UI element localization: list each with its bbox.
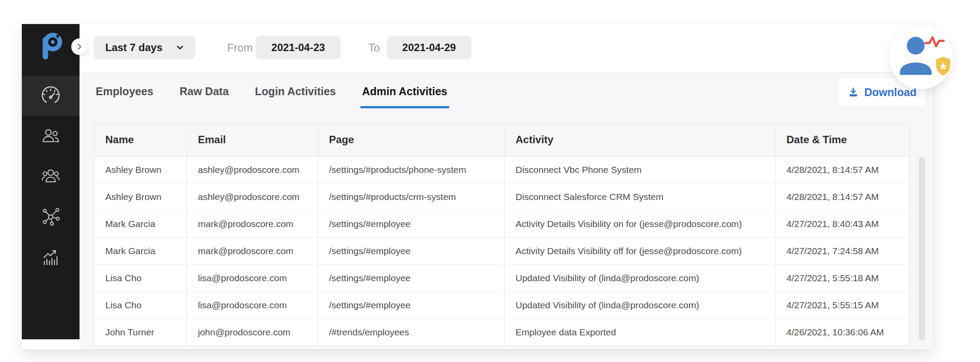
table-row: Mark Garciamark@prodoscore.com/settings/… — [94, 210, 909, 238]
admin-activities-table: NameEmailPageActivityDate & Time Ashley … — [94, 123, 910, 346]
table-cell: 4/27/2021, 8:40:43 AM — [776, 210, 909, 237]
table-cell: Ashley Brown — [94, 156, 187, 183]
date-range-selector[interactable]: Last 7 days — [94, 36, 195, 59]
table-row: John Turnerjohn@prodoscore.com/#trends/e… — [94, 319, 909, 345]
table-cell: 4/28/2021, 8:14:57 AM — [776, 183, 909, 210]
from-date-value: 2021-04-23 — [271, 41, 325, 54]
table-cell: Ashley Brown — [94, 183, 187, 210]
table-cell: Employee data Exported — [505, 319, 776, 345]
tabs: EmployeesRaw DataLogin ActivitiesAdmin A… — [94, 85, 449, 108]
table-cell: ashley@prodoscore.com — [187, 183, 318, 210]
admin-user-icon: ★ — [889, 25, 953, 89]
profile-avatar[interactable]: ★ — [889, 25, 953, 89]
table-body: Ashley Brownashley@prodoscore.com/settin… — [94, 156, 909, 345]
table-cell: mark@prodoscore.com — [187, 238, 318, 264]
sidebar-expand-button[interactable] — [71, 38, 88, 55]
team-icon — [41, 166, 61, 186]
column-header: Activity — [505, 124, 776, 156]
sidebar-item-dashboard[interactable] — [22, 76, 80, 116]
sidebar-nav — [22, 76, 80, 276]
sidebar-item-team[interactable] — [22, 156, 80, 196]
table-header-row: NameEmailPageActivityDate & Time — [94, 124, 909, 156]
date-range-label: Last 7 days — [105, 41, 163, 54]
table-cell: 4/27/2021, 5:55:15 AM — [776, 292, 909, 318]
table-cell: 4/27/2021, 7:24:58 AM — [776, 238, 909, 264]
table-row: Lisa Cholisa@prodoscore.com/settings/#em… — [94, 292, 909, 319]
table-cell: mark@prodoscore.com — [187, 210, 318, 237]
svg-text:★: ★ — [938, 60, 948, 72]
tab-raw-data[interactable]: Raw Data — [178, 85, 231, 108]
column-header: Email — [187, 124, 318, 156]
to-date-value: 2021-04-29 — [402, 41, 456, 54]
table-cell: /settings/#products/phone-system — [318, 156, 505, 183]
integrations-icon — [41, 206, 61, 226]
table-cell: Activity Details Visibility off for (jes… — [505, 238, 776, 264]
table-row: Lisa Cholisa@prodoscore.com/settings/#em… — [94, 265, 909, 292]
chevron-down-icon — [175, 43, 185, 52]
filter-bar: Last 7 days From 2021-04-23 To 2021-04-2… — [80, 24, 933, 72]
tab-admin-activities[interactable]: Admin Activities — [360, 85, 449, 108]
employees-icon — [41, 126, 61, 146]
tab-login-activities[interactable]: Login Activities — [253, 85, 338, 108]
column-header: Name — [94, 124, 187, 156]
screen: Last 7 days From 2021-04-23 To 2021-04-2… — [0, 0, 980, 362]
table-cell: Activity Details Visibility on for (jess… — [505, 210, 776, 237]
table-cell: Updated Visibility of (linda@prodoscore.… — [505, 265, 776, 291]
table-cell: /settings/#products/crm-system — [318, 183, 505, 210]
download-icon — [848, 86, 859, 98]
tab-employees[interactable]: Employees — [94, 85, 155, 108]
table-cell: /settings/#employee — [318, 265, 505, 291]
pulse-icon — [925, 37, 944, 46]
table-cell: 4/28/2021, 8:14:57 AM — [776, 156, 909, 183]
table-row: Mark Garciamark@prodoscore.com/settings/… — [94, 238, 909, 265]
to-label: To — [368, 36, 380, 59]
table-cell: lisa@prodoscore.com — [187, 292, 318, 318]
sidebar-item-trends[interactable] — [22, 236, 80, 276]
table-cell: /settings/#employee — [318, 210, 505, 237]
content-panel: EmployeesRaw DataLogin ActivitiesAdmin A… — [80, 72, 933, 349]
table-cell: 4/27/2021, 5:55:18 AM — [776, 265, 909, 291]
table-cell: Lisa Cho — [94, 292, 187, 318]
table-cell: ashley@prodoscore.com — [187, 156, 318, 183]
sidebar-item-employees[interactable] — [22, 116, 80, 156]
column-header: Date & Time — [776, 124, 909, 156]
table-cell: Mark Garcia — [94, 210, 187, 237]
table-cell: /#trends/employees — [318, 319, 505, 345]
table-cell: Updated Visibility of (linda@prodoscore.… — [505, 292, 776, 318]
column-header: Page — [318, 124, 505, 156]
app-window: Last 7 days From 2021-04-23 To 2021-04-2… — [22, 24, 933, 349]
table-cell: lisa@prodoscore.com — [187, 265, 318, 291]
from-date-field[interactable]: 2021-04-23 — [256, 36, 341, 59]
table-cell: /settings/#employee — [318, 238, 505, 264]
chevron-right-icon — [75, 42, 84, 52]
table-row: Ashley Brownashley@prodoscore.com/settin… — [94, 156, 909, 183]
table-cell: 4/26/2021, 10:36:06 AM — [776, 319, 909, 345]
table-cell: Disconnect Vbc Phone System — [505, 156, 776, 183]
table-cell: /settings/#employee — [318, 292, 505, 318]
table-row: Ashley Brownashley@prodoscore.com/settin… — [94, 183, 909, 210]
table-cell: Lisa Cho — [94, 265, 187, 291]
to-date-field[interactable]: 2021-04-29 — [387, 36, 471, 59]
table-cell: Mark Garcia — [94, 238, 187, 264]
table-scrollbar[interactable] — [919, 157, 925, 340]
trends-icon — [41, 246, 61, 266]
sidebar-item-integrations[interactable] — [22, 196, 80, 236]
speedometer-icon — [41, 86, 61, 106]
table-cell: John Turner — [94, 319, 187, 345]
table-cell: john@prodoscore.com — [187, 319, 318, 345]
prodoscore-logo-icon — [37, 30, 65, 62]
sidebar — [22, 24, 80, 339]
table-cell: Disconnect Salesforce CRM System — [505, 183, 776, 210]
from-label: From — [227, 36, 253, 59]
